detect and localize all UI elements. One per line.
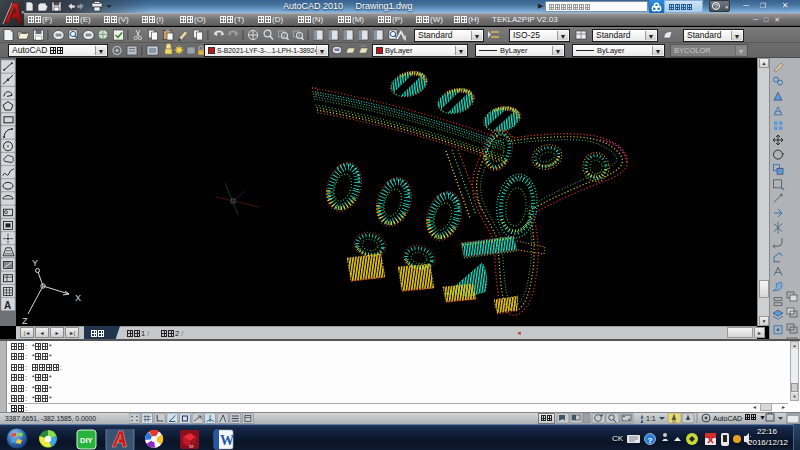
svg-text:1:1: 1:1 xyxy=(646,415,656,422)
svg-text:X: X xyxy=(75,293,81,303)
svg-text:DIY: DIY xyxy=(80,436,93,445)
svg-text:Z: Z xyxy=(22,316,28,326)
svg-text:?: ? xyxy=(648,436,653,445)
svg-text:19: 19 xyxy=(189,444,194,449)
svg-text:Y: Y xyxy=(32,258,38,268)
svg-text:AutoCAD: AutoCAD xyxy=(713,415,742,422)
svg-text:W: W xyxy=(220,433,234,448)
svg-text:A: A xyxy=(4,300,11,311)
